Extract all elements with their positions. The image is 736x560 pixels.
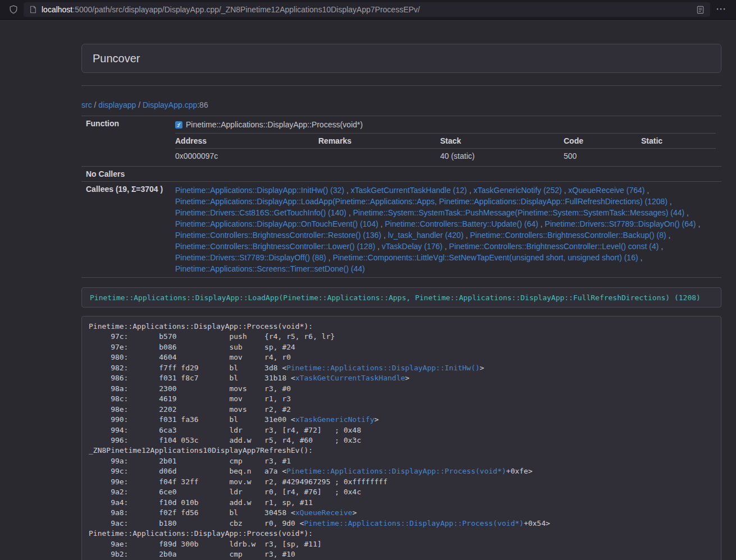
function-name: Pinetime::Applications::DisplayApp::Proc…: [186, 120, 363, 129]
callee-separator: ,: [326, 253, 333, 262]
callee-link[interactable]: Pinetime::Controllers::BrightnessControl…: [470, 231, 666, 240]
divider: [81, 85, 721, 86]
url-path: :5000/path/src/displayapp/DisplayApp.cpp…: [72, 5, 420, 14]
url-host: localhost: [42, 5, 72, 14]
callee-separator: ,: [638, 253, 643, 262]
breadcrumb-separator: /: [136, 100, 143, 109]
url-bar[interactable]: localhost:5000/path/src/displayapp/Displ…: [24, 2, 710, 17]
callee-separator: ,: [668, 197, 672, 206]
snippet-heading-link[interactable]: Pinetime::Applications::DisplayApp::Load…: [90, 292, 701, 302]
no-callers-row: No Callers: [81, 167, 721, 182]
callee-separator: ,: [464, 231, 470, 240]
callee-separator: ,: [378, 219, 385, 228]
snippet-heading: Pinetime::Applications::DisplayApp::Load…: [81, 287, 721, 307]
callees-label: Callees (19, Σ=3704 ): [81, 182, 170, 278]
code-symbol-link[interactable]: xTaskGenericNotify: [295, 415, 374, 424]
breadcrumb-separator: /: [92, 100, 99, 109]
cell-static: [641, 149, 716, 164]
callee-separator: ,: [562, 186, 569, 195]
tracking-protection-shield-icon[interactable]: [9, 5, 18, 14]
breadcrumb: src / displayapp / DisplayApp.cpp:86: [81, 100, 721, 109]
cell-remarks: [318, 149, 440, 164]
callee-separator: ,: [375, 242, 382, 251]
callee-link[interactable]: Pinetime::Controllers::BrightnessControl…: [175, 242, 375, 251]
callee-link[interactable]: Pinetime::System::SystemTask::PushMessag…: [353, 208, 685, 217]
callees-list: Pinetime::Applications::DisplayApp::Init…: [175, 185, 716, 274]
callee-link[interactable]: Pinetime::Controllers::BrightnessControl…: [449, 242, 659, 251]
code-symbol-link[interactable]: xTaskGetCurrentTaskHandle: [295, 374, 405, 382]
callee-separator: ,: [538, 219, 545, 228]
callee-link[interactable]: Pinetime::Components::LittleVgl::SetNewT…: [333, 253, 638, 262]
breadcrumb-link-displayapp[interactable]: displayapp: [98, 100, 136, 109]
function-row: Function Pinetime::Applications::Display…: [81, 116, 721, 167]
callee-link[interactable]: Pinetime::Controllers::Battery::Update()…: [385, 219, 538, 228]
overflow-menu-icon[interactable]: ⋯: [710, 2, 730, 17]
function-type-icon: [175, 121, 182, 128]
callee-link[interactable]: Pinetime::Controllers::BrightnessControl…: [175, 231, 381, 240]
breadcrumb-link-src[interactable]: src: [81, 100, 92, 109]
callee-link[interactable]: xTaskGetCurrentTaskHandle (12): [351, 186, 467, 195]
cell-address: 0x0000097c: [175, 149, 318, 164]
stats-header-row: Address Remarks Stack Code Static: [175, 134, 716, 149]
callee-separator: ,: [467, 186, 474, 195]
function-title-line: Pinetime::Applications::DisplayApp::Proc…: [175, 119, 716, 130]
callee-link[interactable]: xQueueReceive (764): [568, 186, 644, 195]
browser-toolbar: localhost:5000/path/src/displayapp/Displ…: [0, 0, 736, 20]
code-symbol-link[interactable]: Pinetime::Applications::DisplayApp::Proc…: [286, 467, 506, 475]
app-header: Puncover: [81, 44, 721, 73]
code-symbol-link[interactable]: Pinetime::Applications::DisplayApp::Proc…: [304, 519, 524, 527]
snippet-heading-code: Pinetime::Applications::DisplayApp::Load…: [90, 293, 701, 302]
column-remarks: Remarks: [318, 134, 440, 149]
callee-link[interactable]: Pinetime::Applications::Screens::Timer::…: [175, 264, 365, 273]
column-stack: Stack: [440, 134, 564, 149]
callee-separator: ,: [659, 242, 663, 251]
url-text: localhost:5000/path/src/displayapp/Displ…: [42, 5, 692, 14]
callee-separator: ,: [344, 186, 351, 195]
code-symbol-link[interactable]: Pinetime::Applications::DisplayApp::Init…: [286, 364, 479, 372]
callee-link[interactable]: Pinetime::Applications::DisplayApp::Init…: [175, 186, 344, 195]
callee-link[interactable]: Pinetime::Drivers::St7789::DisplayOn() (…: [545, 219, 696, 228]
column-code: Code: [564, 134, 641, 149]
breadcrumb-line-number: :86: [197, 100, 208, 109]
page-title: Puncover: [93, 52, 140, 65]
callee-link[interactable]: Pinetime::Applications::DisplayApp::OnTo…: [175, 219, 378, 228]
callee-link[interactable]: xTaskGenericNotify (252): [473, 186, 561, 195]
callee-link[interactable]: lv_task_handler (420): [388, 231, 464, 240]
function-table: Function Pinetime::Applications::Display…: [81, 116, 721, 278]
callee-separator: ,: [442, 242, 449, 251]
symbol-stats-table: Address Remarks Stack Code Static 0x0000…: [175, 133, 716, 163]
callee-separator: ,: [666, 231, 671, 240]
callee-separator: ,: [381, 231, 388, 240]
reader-mode-icon[interactable]: [696, 6, 705, 14]
callee-link[interactable]: Pinetime::Applications::DisplayApp::Load…: [175, 197, 668, 206]
callees-row: Callees (19, Σ=3704 ) Pinetime::Applicat…: [81, 182, 721, 278]
callee-link[interactable]: vTaskDelay (176): [382, 242, 442, 251]
function-row-label: Function: [81, 116, 170, 167]
page-container: Puncover src / displayapp / DisplayApp.c…: [81, 44, 721, 560]
column-address: Address: [175, 134, 318, 149]
callee-separator: ,: [346, 208, 353, 217]
stats-value-row: 0x0000097c 40 (static) 500: [175, 149, 716, 164]
callee-link[interactable]: Pinetime::Drivers::St7789::DisplayOff() …: [175, 253, 326, 262]
callee-link[interactable]: Pinetime::Drivers::Cst816S::GetTouchInfo…: [175, 208, 346, 217]
code-symbol-link[interactable]: xQueueReceive: [295, 508, 353, 517]
breadcrumb-link-file[interactable]: DisplayApp.cpp: [143, 100, 197, 109]
callee-separator: ,: [696, 219, 701, 228]
disassembly: Pinetime::Applications::DisplayApp::Proc…: [81, 316, 721, 560]
page-icon[interactable]: [29, 6, 37, 13]
callee-separator: ,: [644, 186, 649, 195]
cell-code: 500: [564, 149, 641, 164]
column-static: Static: [641, 134, 716, 149]
callee-separator: ,: [684, 208, 689, 217]
no-callers-label: No Callers: [81, 167, 170, 182]
cell-stack: 40 (static): [440, 149, 564, 164]
